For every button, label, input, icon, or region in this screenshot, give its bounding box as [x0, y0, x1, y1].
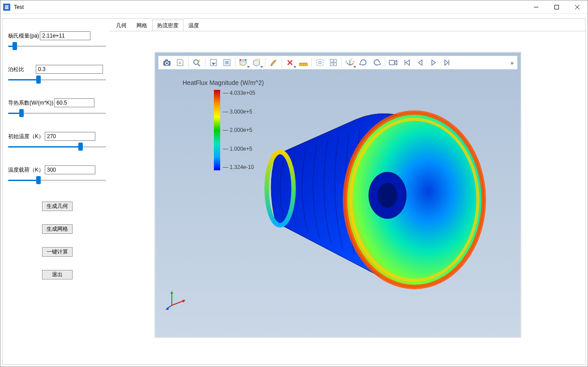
- export-icon[interactable]: [174, 57, 187, 68]
- compute-button[interactable]: 一键计算: [42, 247, 72, 257]
- right-panel: 几何 网格 热流密度 温度: [110, 19, 585, 364]
- fit-icon[interactable]: [327, 57, 340, 68]
- minimize-button[interactable]: [526, 0, 546, 14]
- tab-content: YXZ » HeatFl: [110, 31, 585, 364]
- tab-heatflux[interactable]: 热流密度: [152, 20, 183, 31]
- svg-rect-3: [5, 8, 9, 9]
- svg-rect-16: [225, 61, 229, 64]
- tab-mesh[interactable]: 网格: [132, 20, 152, 31]
- rotate-ccw-icon[interactable]: [370, 57, 383, 68]
- svg-point-29: [319, 61, 321, 64]
- init-temp-input[interactable]: [45, 132, 95, 141]
- svg-line-33: [347, 63, 350, 65]
- thermal-cond-input[interactable]: [54, 98, 94, 107]
- svg-rect-37: [389, 60, 395, 65]
- model-3d-render: [249, 106, 490, 298]
- svg-line-13: [198, 64, 200, 66]
- svg-text:X: X: [353, 60, 354, 63]
- generate-geometry-button[interactable]: 生成几何: [42, 202, 72, 211]
- cube-colors-icon[interactable]: [237, 57, 250, 68]
- poisson-input[interactable]: [36, 65, 103, 74]
- svg-point-11: [166, 63, 168, 64]
- frame-icon[interactable]: [220, 57, 234, 68]
- visualization-viewport[interactable]: YXZ » HeatFl: [154, 52, 521, 338]
- toolbar-overflow-icon[interactable]: »: [511, 59, 516, 66]
- skip-start-icon[interactable]: [400, 57, 413, 68]
- app-icon: [3, 4, 10, 11]
- youngs-modulus-slider[interactable]: [8, 42, 106, 50]
- svg-point-17: [239, 59, 241, 61]
- poisson-slider[interactable]: [8, 76, 106, 84]
- svg-rect-9: [165, 59, 168, 61]
- select-box-icon[interactable]: [207, 57, 220, 68]
- temp-load-label: 温度载荷（K）: [8, 166, 44, 174]
- svg-text:Z: Z: [345, 60, 347, 63]
- rotate-cw-icon[interactable]: [357, 57, 370, 68]
- play-icon[interactable]: [427, 57, 440, 68]
- ruler-icon[interactable]: [297, 57, 310, 68]
- camera-icon[interactable]: [160, 57, 174, 68]
- brush-icon[interactable]: [267, 57, 280, 68]
- visualization-toolbar: YXZ »: [158, 56, 517, 69]
- axis-gizmo-icon: [166, 289, 186, 310]
- camera-record-icon[interactable]: [387, 57, 400, 68]
- svg-point-21: [259, 59, 260, 61]
- tab-temperature[interactable]: 温度: [183, 20, 204, 31]
- window-title: Test: [14, 4, 24, 10]
- zoom-lightning-icon[interactable]: [190, 57, 204, 68]
- thermal-cond-label: 导热系数(W/(m*K)): [8, 99, 53, 107]
- svg-line-32: [350, 63, 354, 65]
- close-button[interactable]: [567, 0, 588, 14]
- axes-icon[interactable]: YXZ: [343, 57, 357, 68]
- init-temp-slider[interactable]: [8, 143, 106, 151]
- generate-mesh-button[interactable]: 生成网格: [42, 224, 72, 234]
- temp-load-input[interactable]: [45, 165, 95, 174]
- svg-point-43: [378, 183, 397, 208]
- cube-light-icon[interactable]: [250, 57, 264, 68]
- step-back-icon[interactable]: [413, 57, 427, 68]
- tab-bar: 几何 网格 热流密度 温度: [110, 19, 585, 31]
- parameter-panel: 杨氏模量(pa) 泊松比 导热系数(W/(m*K)): [3, 19, 110, 364]
- titlebar: Test: [0, 0, 588, 14]
- legend-title: HeatFlux Magnitude (W/m^2): [183, 79, 264, 86]
- exit-button[interactable]: 退出: [42, 270, 72, 279]
- step-forward-icon[interactable]: [440, 57, 454, 68]
- svg-point-19: [239, 63, 241, 65]
- svg-rect-5: [555, 5, 559, 9]
- maximize-button[interactable]: [546, 0, 567, 14]
- legend-colorbar: [214, 90, 220, 170]
- poisson-label: 泊松比: [8, 66, 35, 73]
- selection-dashed-icon[interactable]: [313, 57, 327, 68]
- legend-tick: 4.033e+05: [223, 90, 255, 96]
- svg-point-18: [245, 59, 247, 61]
- init-temp-label: 初始温度（K）: [8, 133, 44, 140]
- main-frame: 杨氏模量(pa) 泊松比 导热系数(W/(m*K)): [2, 18, 586, 365]
- clear-x-icon[interactable]: [283, 57, 297, 68]
- svg-line-45: [172, 301, 183, 305]
- svg-rect-1: [5, 5, 9, 6]
- svg-point-12: [194, 60, 198, 64]
- thermal-cond-slider[interactable]: [8, 109, 106, 117]
- app-window: Test 杨氏模量(pa) 泊松比: [0, 0, 588, 367]
- youngs-modulus-input[interactable]: [40, 31, 90, 40]
- color-legend: HeatFlux Magnitude (W/m^2) 4.033e+05 3.0…: [183, 79, 264, 86]
- youngs-modulus-label: 杨氏模量(pa): [8, 32, 39, 40]
- tab-geometry[interactable]: 几何: [111, 20, 132, 31]
- svg-rect-2: [5, 7, 9, 8]
- svg-text:Y: Y: [350, 59, 352, 61]
- svg-rect-28: [317, 59, 323, 66]
- temp-load-slider[interactable]: [8, 176, 106, 184]
